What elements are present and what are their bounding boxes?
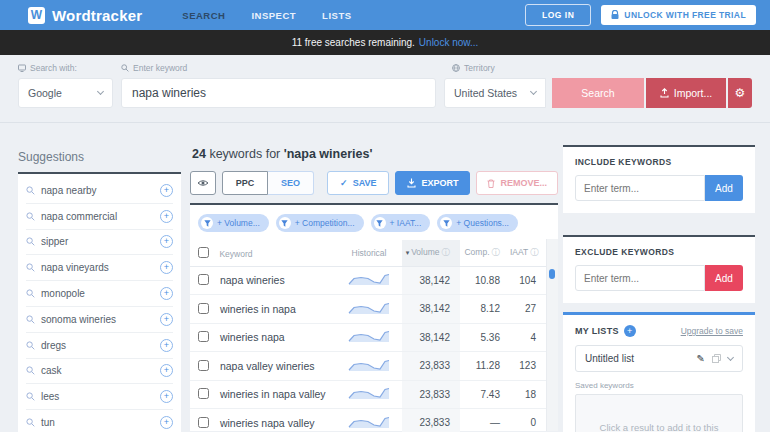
add-suggestion-icon[interactable]: + [160,261,173,274]
suggestion-item[interactable]: napa commercial + [26,204,173,230]
nav-search[interactable]: SEARCH [182,10,225,21]
export-button[interactable]: EXPORT [395,171,470,195]
suggestion-item[interactable]: sipper + [26,230,173,256]
info-icon[interactable]: ⓘ [442,247,451,257]
results-panel: + Volume... + Competition... + IAAT... +… [190,203,558,431]
select-all-checkbox[interactable] [198,247,209,258]
iaat-cell: 4 [510,323,546,352]
upload-icon [660,88,669,98]
territory-select[interactable]: United States [444,78,546,108]
include-add-button[interactable]: Add [705,175,743,201]
add-suggestion-icon[interactable]: + [160,416,173,429]
add-suggestion-icon[interactable]: + [160,235,173,248]
suggestion-item[interactable]: sonoma wineries + [26,307,173,333]
gear-icon: ⚙ [735,86,746,100]
exclude-add-button[interactable]: Add [705,265,743,291]
list-selector[interactable]: Untitled list ✎ [575,345,743,372]
filter-pill[interactable]: + Competition... [276,214,364,232]
iaat-cell: 0 [510,409,546,432]
keyword-cell: wineries napa [220,331,285,343]
save-button[interactable]: ✓ SAVE [327,171,389,195]
add-suggestion-icon[interactable]: + [160,287,173,300]
row-checkbox[interactable] [198,388,209,399]
suggestion-item[interactable]: monopole + [26,281,173,307]
nav-inspect[interactable]: INSPECT [251,10,296,21]
row-checkbox[interactable] [198,417,209,428]
filter-pill[interactable]: + Volume... [198,214,269,232]
iaat-cell: 18 [510,380,546,409]
settings-gear-button[interactable]: ⚙ [726,78,752,108]
add-suggestion-icon[interactable]: + [160,364,173,377]
ppc-tab[interactable]: PPC [222,171,268,195]
keyword-row[interactable]: wineries in napa valley 23,833 7.43 18 [190,380,546,409]
add-list-icon[interactable]: + [624,325,636,337]
comp-cell: 8.12 [460,295,510,324]
info-icon[interactable]: ⓘ [530,247,539,257]
header-keyword[interactable]: Keyword [190,240,336,266]
add-suggestion-icon[interactable]: + [160,390,173,403]
keyword-row[interactable]: napa wineries 38,142 10.88 104 [190,266,546,295]
filter-pill[interactable]: + Questions... [437,214,518,232]
suggestion-item[interactable]: lees + [26,384,173,410]
keyword-input[interactable] [121,78,436,108]
search-icon [26,212,35,221]
header-historical[interactable]: Historical [336,240,402,266]
keyword-row[interactable]: wineries napa 38,142 5.36 4 [190,323,546,352]
suggestion-item[interactable]: tun + [26,410,173,432]
scrollbar-thumb[interactable] [549,269,555,279]
add-suggestion-icon[interactable]: + [160,184,173,197]
edit-pencil-icon[interactable]: ✎ [697,353,705,364]
keyword-cell: wineries napa valley [220,417,315,429]
nav-lists[interactable]: LISTS [322,10,351,21]
suggestion-item[interactable]: napa vineyards + [26,255,173,281]
unlock-free-trial-button[interactable]: UNLOCK WITH FREE TRIAL [601,5,756,25]
filter-pill[interactable]: + IAAT... [371,214,431,232]
chevron-down-icon[interactable] [727,353,734,360]
remove-button[interactable]: REMOVE... [476,171,558,195]
table-scrollbar[interactable] [546,239,558,431]
header-comp[interactable]: Comp.ⓘ [460,240,510,266]
row-checkbox[interactable] [198,303,209,314]
row-checkbox[interactable] [198,331,209,342]
search-icon [26,186,35,195]
suggestion-item[interactable]: dregs + [26,333,173,359]
add-suggestion-icon[interactable]: + [160,313,173,326]
add-suggestion-icon[interactable]: + [160,339,173,352]
suggestion-item[interactable]: cask + [26,359,173,385]
upgrade-to-save-link[interactable]: Upgrade to save [681,326,743,336]
exclude-term-input[interactable] [575,265,705,291]
search-icon [26,263,35,272]
historical-sparkline [336,323,402,352]
wordtracker-logo[interactable]: W Wordtracker [28,7,142,24]
seo-tab[interactable]: SEO [268,171,314,195]
historical-sparkline [336,352,402,381]
copy-icon[interactable] [712,354,721,363]
include-term-input[interactable] [575,175,705,201]
search-icon [26,289,35,298]
search-icon [26,392,35,401]
info-icon[interactable]: ⓘ [492,247,501,257]
comp-cell: 11.28 [460,352,510,381]
include-keywords-title: INCLUDE KEYWORDS [575,157,743,167]
list-name: Untitled list [585,353,690,364]
search-icon [26,418,35,427]
unlock-now-link[interactable]: Unlock now... [419,37,478,48]
comp-cell: — [460,409,510,432]
header-iaat[interactable]: IAATⓘ [510,240,546,266]
search-engine-select[interactable]: Google [18,78,113,108]
header-volume[interactable]: ▾Volumeⓘ [402,240,460,266]
visibility-toggle-button[interactable] [190,171,216,195]
login-button[interactable]: LOG IN [525,4,591,26]
add-suggestion-icon[interactable]: + [160,210,173,223]
keyword-row[interactable]: napa valley wineries 23,833 11.28 123 [190,352,546,381]
suggestion-text: napa vineyards [41,262,154,273]
search-button[interactable]: Search [552,78,644,108]
row-checkbox[interactable] [198,274,209,285]
chevron-down-icon [97,88,104,95]
suggestion-item[interactable]: napa nearby + [26,178,173,204]
keyword-row[interactable]: wineries napa valley 23,833 — 0 [190,409,546,432]
top-navbar: W Wordtracker SEARCH INSPECT LISTS LOG I… [0,0,770,30]
keyword-row[interactable]: wineries in napa 38,142 8.12 27 [190,295,546,324]
import-button[interactable]: Import... [644,78,726,108]
row-checkbox[interactable] [198,360,209,371]
